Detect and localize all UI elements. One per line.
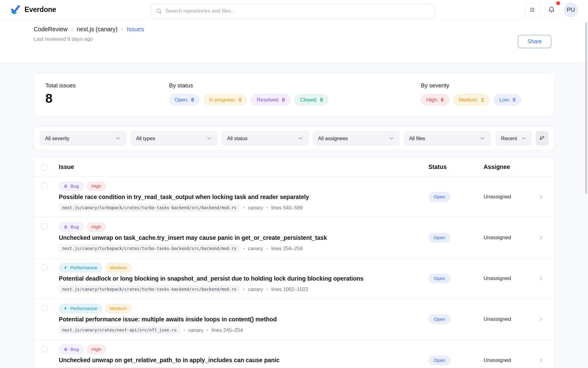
chevron-down-icon (388, 135, 394, 141)
branch-name: canary (248, 286, 263, 292)
apps-grid-icon (529, 7, 535, 13)
column-header-issue: Issue (59, 163, 428, 171)
breadcrumb-issues[interactable]: Issues (127, 26, 144, 33)
notifications-button[interactable] (544, 2, 559, 17)
breadcrumb: CodeReview › next.js (canary) › Issues (34, 26, 554, 33)
chevron-down-icon (297, 135, 303, 141)
apps-grid-button[interactable] (525, 2, 540, 17)
meta-dot: • (207, 328, 208, 332)
type-badge-performance: Performance (59, 304, 102, 313)
table-row[interactable]: Performance Medium Potential deadlock or… (34, 258, 554, 299)
issue-title[interactable]: Possible race condition in try_read_task… (59, 194, 422, 201)
chevron-right-icon[interactable] (538, 194, 554, 200)
page-header-section: CodeReview › next.js (canary) › Issues L… (0, 20, 588, 63)
status-badge: Open (428, 314, 450, 324)
line-range: lines 1002–1022 (271, 286, 308, 292)
filter-types-dropdown[interactable]: All types (130, 131, 218, 146)
assignee-value: Unassigned (484, 357, 538, 363)
total-issues-label: Total issues (45, 82, 169, 89)
chevron-down-icon (479, 135, 485, 141)
search-icon (156, 8, 162, 14)
lightning-bolt-icon (63, 306, 68, 311)
sort-direction-button[interactable] (536, 131, 548, 146)
chevron-down-icon (115, 135, 121, 141)
brand-name: Everdone (24, 6, 56, 14)
meta-dot: • (243, 205, 245, 210)
issue-title[interactable]: Potential deadlock or long blocking in s… (59, 275, 422, 282)
sort-order-dropdown[interactable]: Recent (496, 131, 532, 146)
breadcrumb-separator: › (121, 26, 123, 33)
issue-title[interactable]: Unchecked unwrap on task_cache.try_inser… (59, 234, 422, 241)
type-badge-performance: Performance (59, 263, 102, 272)
select-all-checkbox[interactable] (41, 164, 47, 170)
global-search[interactable] (151, 4, 435, 18)
column-header-status: Status (428, 163, 484, 171)
severity-badge-high: High (87, 222, 106, 232)
meta-dot: • (183, 328, 185, 332)
assignee-value: Unassigned (484, 235, 538, 241)
file-path: next.js/canary/turbopack/crates/turbo-ta… (59, 204, 240, 212)
page-scrollbar[interactable] (585, 22, 587, 194)
status-badge: Open (428, 192, 450, 202)
type-badge-bug: Bug (59, 182, 84, 191)
branch-name: canary (188, 327, 203, 333)
last-reviewed-text: Last reviewed 9 days ago (34, 36, 554, 42)
filter-files-dropdown[interactable]: All files (404, 131, 491, 146)
bug-icon (63, 225, 68, 229)
row-checkbox[interactable] (41, 305, 47, 311)
row-checkbox[interactable] (41, 346, 47, 352)
meta-dot: • (266, 246, 268, 251)
file-path: next.js/canary/turbopack/crates/turbo-ta… (59, 285, 240, 293)
table-row[interactable]: Bug High Unchecked unwrap on get_relativ… (34, 340, 554, 368)
issue-title[interactable]: Potential performance issue: multiple aw… (59, 316, 422, 323)
row-checkbox[interactable] (41, 264, 47, 270)
chevron-right-icon[interactable] (538, 275, 554, 282)
bug-icon (63, 347, 68, 352)
lightning-bolt-icon (63, 266, 68, 270)
breadcrumb-repo[interactable]: next.js (canary) (77, 26, 118, 33)
assignee-value: Unassigned (484, 275, 538, 282)
search-input[interactable] (165, 8, 430, 14)
column-header-assignee: Assignee (484, 163, 538, 171)
filter-severity-dropdown[interactable]: All severity (40, 131, 127, 146)
line-range: lines 256–258 (271, 246, 303, 251)
line-range: lines 245–254 (212, 327, 243, 333)
issues-summary-card: Total issues 8 By status Open:8 In progr… (34, 73, 554, 117)
chevron-down-icon (206, 135, 212, 141)
user-avatar[interactable]: PU (564, 2, 578, 17)
file-path: next.js/canary/crates/next-api/src/nft_j… (59, 326, 180, 334)
filter-assignees-dropdown[interactable]: All assignees (313, 131, 400, 146)
status-pill-resolved: Resolved:0 (251, 94, 290, 105)
table-row[interactable]: Bug High Unchecked unwrap on task_cache.… (34, 217, 554, 258)
by-severity-label: By severity (421, 82, 543, 89)
severity-pill-medium: Medium:2 (454, 94, 489, 105)
breadcrumb-codereview[interactable]: CodeReview (34, 26, 68, 33)
severity-badge-high: High (87, 345, 106, 354)
notification-badge (556, 1, 560, 5)
table-row[interactable]: Bug High Possible race condition in try_… (34, 177, 554, 217)
assignee-value: Unassigned (484, 194, 538, 200)
file-path: next.js/canary/turbopack/crates/turbo-ta… (59, 244, 240, 252)
status-badge: Open (428, 233, 450, 243)
status-pill-closed: Closed:0 (295, 94, 328, 105)
severity-badge-medium: Medium (105, 263, 131, 272)
meta-dot: • (266, 287, 268, 292)
file-path: next.js/canary/crates/next-api/src/nft_j… (59, 367, 180, 368)
chevron-right-icon[interactable] (538, 357, 554, 363)
status-pill-in-progress: In progress:0 (204, 94, 247, 105)
share-button[interactable]: Share (518, 35, 551, 48)
meta-dot: • (243, 246, 245, 251)
type-badge-bug: Bug (59, 222, 84, 232)
chevron-right-icon[interactable] (538, 316, 554, 322)
row-checkbox[interactable] (41, 183, 47, 189)
brand-logo[interactable]: Everdone (10, 4, 56, 15)
row-checkbox[interactable] (41, 224, 47, 230)
meta-dot: • (266, 205, 268, 210)
filter-status-dropdown[interactable]: All status (221, 131, 309, 146)
issue-title[interactable]: Unchecked unwrap on get_relative_path_to… (59, 357, 422, 364)
table-row[interactable]: Performance Medium Potential performance… (34, 299, 554, 340)
filters-bar: All severity All types All status All as… (34, 126, 554, 151)
severity-pill-low: Low:0 (494, 94, 521, 105)
chevron-right-icon[interactable] (538, 235, 554, 241)
bell-icon (548, 6, 555, 13)
